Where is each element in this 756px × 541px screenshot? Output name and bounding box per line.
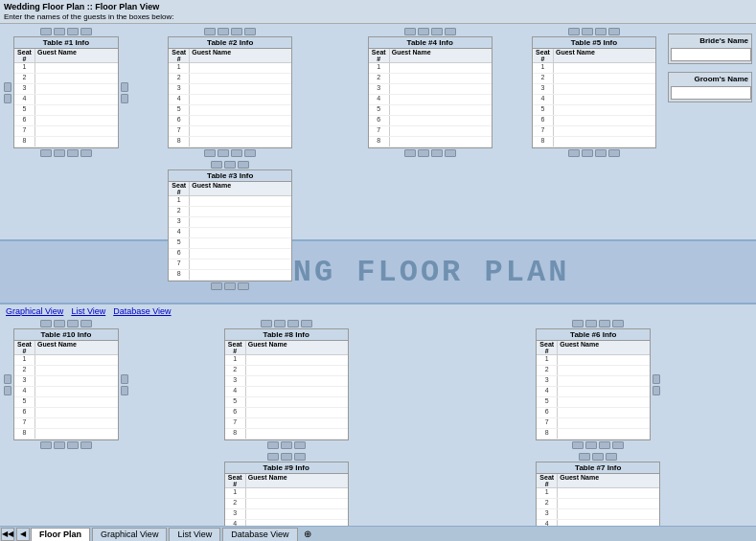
seat-input[interactable] xyxy=(35,387,118,396)
col-seat-label: Seat # xyxy=(14,49,35,62)
table-3-header: Table #3 Info xyxy=(169,170,291,182)
seat-input[interactable] xyxy=(190,95,291,104)
seat-input[interactable] xyxy=(35,116,118,125)
seat-input[interactable] xyxy=(190,105,291,115)
seat-input[interactable] xyxy=(190,259,291,269)
seat-input[interactable] xyxy=(390,105,492,115)
seat-input[interactable] xyxy=(35,429,118,439)
database-view-link[interactable]: Database View xyxy=(113,306,171,316)
seat-input[interactable] xyxy=(35,397,118,407)
seat-input[interactable] xyxy=(390,74,492,83)
groom-name-input[interactable] xyxy=(671,86,751,100)
seat-input[interactable] xyxy=(246,408,348,417)
table-1-col-header: Seat # Guest Name xyxy=(14,49,118,63)
seat-input[interactable] xyxy=(190,116,291,125)
seat-input[interactable] xyxy=(558,355,650,365)
seat-input[interactable] xyxy=(246,429,348,439)
table-9-chairs-top xyxy=(267,453,306,461)
seat-input[interactable] xyxy=(558,366,650,375)
seat-input[interactable] xyxy=(35,376,118,386)
seat-input[interactable] xyxy=(554,74,655,83)
seat-input[interactable] xyxy=(390,95,492,104)
seat-input[interactable] xyxy=(246,355,348,365)
seat-input[interactable] xyxy=(35,126,118,136)
seat-input[interactable] xyxy=(246,509,348,519)
seat-input[interactable] xyxy=(390,116,492,125)
table-5-chairs-top xyxy=(568,28,620,35)
seat-input[interactable] xyxy=(190,74,291,83)
seat-input[interactable] xyxy=(558,418,650,428)
seat-input[interactable] xyxy=(554,95,655,104)
chair-icon xyxy=(572,441,584,449)
bride-name-input[interactable] xyxy=(671,48,751,61)
table-row: 8 xyxy=(14,137,118,147)
seat-input[interactable] xyxy=(390,84,492,94)
chair-icon xyxy=(608,28,620,35)
table-3-chairs-top xyxy=(211,161,249,169)
seat-input[interactable] xyxy=(554,84,655,94)
seat-input[interactable] xyxy=(190,63,291,73)
seat-input[interactable] xyxy=(190,249,291,259)
graphical-view-link[interactable]: Graphical View xyxy=(6,306,63,316)
seat-input[interactable] xyxy=(190,228,291,237)
seat-input[interactable] xyxy=(554,126,655,136)
seat-input[interactable] xyxy=(190,196,291,206)
seat-input[interactable] xyxy=(554,105,655,115)
seat-input[interactable] xyxy=(390,126,492,136)
seat-input[interactable] xyxy=(35,408,118,417)
seat-input[interactable] xyxy=(246,397,348,407)
list-view-link[interactable]: List View xyxy=(71,306,105,316)
seat-input[interactable] xyxy=(35,366,118,375)
tab-floor-plan[interactable]: Floor Plan xyxy=(31,528,90,541)
seat-input[interactable] xyxy=(390,63,492,73)
table-1-chairs-top xyxy=(40,28,92,35)
seat-input[interactable] xyxy=(35,105,118,115)
chair-icon xyxy=(211,282,222,290)
seat-input[interactable] xyxy=(390,137,492,147)
col-guest-label: Guest Name xyxy=(390,49,492,62)
seat-input[interactable] xyxy=(558,499,659,508)
seat-input[interactable] xyxy=(35,74,118,83)
seat-input[interactable] xyxy=(554,63,655,73)
seat-input[interactable] xyxy=(558,408,650,417)
chair-icon xyxy=(267,441,279,449)
seat-input[interactable] xyxy=(554,116,655,125)
chair-icon xyxy=(54,320,65,327)
seat-input[interactable] xyxy=(246,499,348,508)
seat-input[interactable] xyxy=(558,429,650,439)
tab-graphical-view[interactable]: Graphical View xyxy=(92,528,167,541)
seat-input[interactable] xyxy=(190,238,291,248)
chair-icon xyxy=(67,149,79,157)
seat-input[interactable] xyxy=(558,488,659,498)
tab-nav-first[interactable]: ◀◀ xyxy=(1,528,14,541)
seat-input[interactable] xyxy=(246,376,348,386)
seat-input[interactable] xyxy=(246,418,348,428)
tab-list-view[interactable]: List View xyxy=(169,528,220,541)
table-5-col-header: Seat # Guest Name xyxy=(533,49,655,63)
seat-input[interactable] xyxy=(558,387,650,396)
seat-input[interactable] xyxy=(190,270,291,280)
tab-database-view[interactable]: Database View xyxy=(222,528,297,541)
seat-input[interactable] xyxy=(558,509,659,519)
seat-input[interactable] xyxy=(558,376,650,386)
seat-input[interactable] xyxy=(246,488,348,498)
seat-input[interactable] xyxy=(190,84,291,94)
seat-input[interactable] xyxy=(35,355,118,365)
seat-input[interactable] xyxy=(558,397,650,407)
table-row: 6 xyxy=(169,249,291,259)
seat-input[interactable] xyxy=(190,217,291,227)
col-seat-label: Seat # xyxy=(537,474,558,487)
seat-input[interactable] xyxy=(190,126,291,136)
seat-input[interactable] xyxy=(554,137,655,147)
seat-input[interactable] xyxy=(246,387,348,396)
seat-input[interactable] xyxy=(35,63,118,73)
seat-input[interactable] xyxy=(190,137,291,147)
seat-input[interactable] xyxy=(35,418,118,428)
seat-input[interactable] xyxy=(35,84,118,94)
seat-input[interactable] xyxy=(190,207,291,216)
table-row: 2 xyxy=(225,366,348,376)
seat-input[interactable] xyxy=(246,366,348,375)
seat-input[interactable] xyxy=(35,95,118,104)
seat-input[interactable] xyxy=(35,137,118,147)
tab-nav-prev[interactable]: ◀ xyxy=(16,528,30,541)
